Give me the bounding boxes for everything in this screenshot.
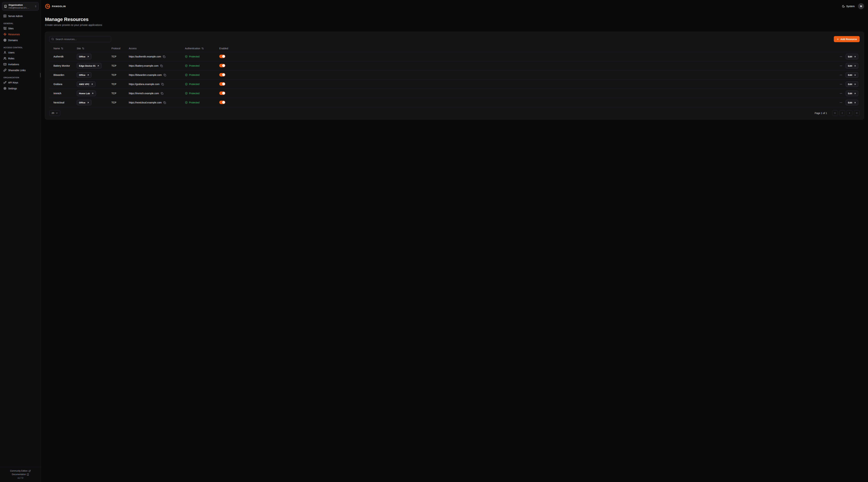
site-link-button[interactable]: Office (77, 72, 92, 78)
mail-icon (3, 63, 6, 66)
add-resource-button[interactable]: Add Resource (834, 36, 860, 42)
column-header-access: Access (129, 47, 185, 50)
enabled-toggle[interactable] (219, 91, 225, 95)
edit-button[interactable]: Edit (846, 82, 858, 87)
edit-button[interactable]: Edit (846, 72, 858, 78)
org-title: Organization (8, 4, 33, 6)
auth-status-badge: Protected (189, 73, 199, 76)
search-icon (51, 38, 54, 40)
section-label-organization: ORGANIZATION (3, 76, 37, 78)
copy-url-button[interactable] (161, 92, 163, 95)
chevron-left-icon (841, 112, 843, 114)
row-menu-button[interactable] (839, 82, 843, 87)
community-edition-link[interactable]: Community Edition (0, 469, 41, 473)
edit-button[interactable]: Edit (846, 54, 858, 59)
shield-check-icon (185, 64, 188, 67)
page-size-value: 20 (52, 112, 54, 114)
toggle-knob (222, 64, 225, 67)
next-page-button[interactable] (847, 110, 852, 116)
search-box (49, 36, 111, 42)
sidebar-item-shareable-links[interactable]: Shareable Links (2, 67, 39, 73)
site-link-button[interactable]: Office (77, 100, 92, 105)
enabled-toggle[interactable] (219, 55, 225, 58)
resource-protocol: TCP (112, 55, 129, 58)
row-menu-button[interactable] (839, 100, 843, 105)
sidebar-item-server-admin[interactable]: Server Admin (2, 13, 39, 19)
previous-page-button[interactable] (839, 110, 845, 116)
gear-icon (3, 87, 6, 90)
resource-protocol: TCP (112, 83, 129, 86)
sidebar-item-settings[interactable]: Settings (2, 86, 39, 91)
sidebar-item-users[interactable]: Users (2, 50, 39, 55)
auth-status-badge: Protected (189, 101, 199, 104)
user-avatar[interactable]: M (858, 3, 864, 9)
copy-icon (161, 92, 163, 95)
main-area: PANGOLIN System M Manage Resources Creat… (41, 0, 868, 482)
enabled-toggle[interactable] (219, 73, 225, 76)
edit-button[interactable]: Edit (846, 91, 858, 96)
last-page-button[interactable] (854, 110, 860, 116)
theme-toggle-button[interactable]: System (842, 5, 855, 8)
copy-icon (160, 65, 163, 67)
server-icon (3, 14, 6, 18)
arrow-right-icon (854, 83, 856, 85)
page-title: Manage Resources (45, 17, 864, 22)
row-menu-button[interactable] (839, 73, 843, 77)
table-row: Bitwarden Office TCP https://bitwarden.e… (49, 70, 860, 79)
copy-url-button[interactable] (160, 65, 163, 67)
arrow-right-icon (854, 65, 856, 67)
auth-status-badge: Protected (189, 83, 199, 86)
sidebar-scrollbar-thumb[interactable] (40, 73, 41, 77)
first-page-button[interactable] (832, 110, 838, 116)
sidebar-item-label: Settings (8, 87, 17, 90)
chevrons-right-icon (856, 112, 858, 114)
sort-icon (61, 47, 63, 50)
edit-button[interactable]: Edit (846, 63, 858, 68)
sidebar-item-invitations[interactable]: Invitations (2, 61, 39, 67)
site-link-button[interactable]: Edge Device 01 (77, 63, 101, 68)
toggle-knob (222, 101, 225, 104)
enabled-toggle[interactable] (219, 101, 225, 104)
sidebar-item-label: Domains (8, 39, 18, 42)
arrow-up-right-icon (92, 92, 94, 95)
column-header-authentication[interactable]: Authentication (185, 47, 219, 50)
row-menu-button[interactable] (839, 64, 843, 68)
enabled-toggle[interactable] (219, 64, 225, 67)
plus-icon (837, 38, 839, 40)
sidebar-item-sites[interactable]: Sites (2, 26, 39, 31)
resource-name: Authentik (51, 55, 77, 58)
copy-url-button[interactable] (163, 101, 166, 104)
resource-access-url: https://battery.example.com (129, 64, 158, 67)
row-menu-button[interactable] (839, 55, 843, 59)
enabled-toggle[interactable] (219, 82, 225, 86)
copy-url-button[interactable] (161, 83, 164, 86)
sidebar-item-domains[interactable]: Domains (2, 37, 39, 43)
sidebar-item-resources[interactable]: Resources (2, 31, 39, 37)
resource-access-url: https://grafana.example.com (129, 83, 159, 86)
sidebar-item-api-keys[interactable]: API Keys (2, 79, 39, 85)
search-input[interactable] (56, 38, 109, 41)
copy-url-button[interactable] (163, 55, 165, 58)
arrow-up-right-icon (87, 74, 89, 76)
row-menu-button[interactable] (839, 91, 843, 96)
table-row: Immich Home Lab TCP https://immich.examp… (49, 89, 860, 98)
moon-icon (842, 5, 845, 8)
section-label-general: GENERAL (3, 22, 37, 25)
column-header-name[interactable]: Name (51, 47, 77, 50)
sidebar-item-roles[interactable]: Roles (2, 56, 39, 61)
copy-url-button[interactable] (163, 74, 166, 76)
sidebar-footer: Community Edition Documentation v1.7.0 (0, 467, 41, 482)
documentation-link[interactable]: Documentation (0, 473, 41, 476)
edit-button[interactable]: Edit (846, 100, 858, 105)
chevron-right-icon (848, 112, 851, 114)
auth-status-badge: Protected (189, 55, 199, 58)
resource-name: Bitwarden (51, 73, 77, 76)
site-link-button[interactable]: Office (77, 54, 92, 59)
org-selector[interactable]: Organization milo@fossorial.io's ... (2, 2, 39, 10)
page-size-select[interactable]: 20 (49, 110, 60, 116)
column-header-site[interactable]: Site (77, 47, 112, 50)
site-link-button[interactable]: AWS VPC (77, 82, 95, 87)
top-bar: PANGOLIN System M (41, 0, 868, 12)
section-label-access-control: ACCESS CONTROL (3, 46, 37, 49)
site-link-button[interactable]: Home Lab (77, 91, 96, 96)
